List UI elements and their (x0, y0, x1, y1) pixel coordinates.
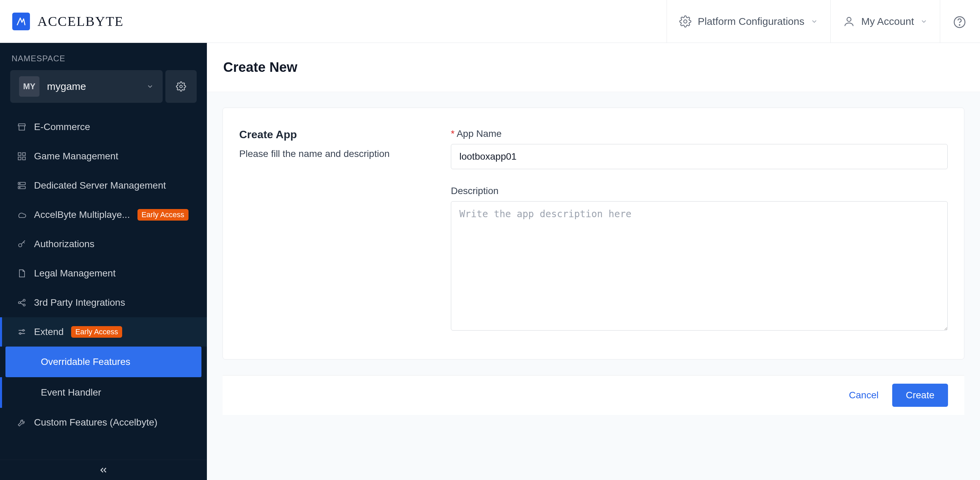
svg-rect-8 (22, 157, 25, 159)
svg-rect-5 (18, 153, 21, 156)
share-icon (17, 298, 27, 308)
help-icon (953, 15, 965, 27)
sidebar-item-label: E-Commerce (34, 121, 90, 132)
section-title: Create App (239, 128, 441, 141)
gear-icon (176, 81, 186, 92)
early-access-badge: Early Access (137, 209, 189, 221)
svg-point-18 (19, 333, 21, 334)
user-icon (843, 15, 855, 27)
wrench-icon (17, 418, 27, 427)
sidebar-item-label: Authorizations (34, 239, 94, 250)
app-name-input[interactable] (451, 144, 948, 169)
page-title-bar: Create New (207, 43, 980, 92)
svg-point-11 (19, 183, 20, 184)
chevron-down-icon (146, 83, 154, 90)
topbar: ACCELBYTE Platform Configurations My Acc… (0, 0, 980, 43)
sidebar-item-legal-management[interactable]: Legal Management (0, 259, 207, 288)
help-button[interactable] (940, 0, 977, 43)
sidebar-item-ecommerce[interactable]: E-Commerce (0, 112, 207, 142)
app-name-label: *App Name (451, 128, 948, 139)
sidebar-item-label: Extend (34, 327, 64, 337)
app-name-label-text: App Name (457, 128, 501, 139)
svg-point-0 (684, 20, 687, 23)
sidebar: NAMESPACE MY mygame E- (0, 43, 207, 480)
sidebar-item-authorizations[interactable]: Authorizations (0, 230, 207, 259)
sidebar-subitem-event-handler[interactable]: Event Handler (0, 377, 207, 408)
brand: ACCELBYTE (12, 13, 124, 30)
description-label: Description (451, 185, 948, 196)
svg-point-4 (180, 85, 182, 88)
form-footer: Cancel Create (223, 375, 964, 415)
svg-rect-7 (18, 157, 21, 159)
grid-icon (17, 151, 27, 161)
sidebar-item-dedicated-server-management[interactable]: Dedicated Server Management (0, 171, 207, 200)
platform-configurations-label: Platform Configurations (698, 16, 804, 27)
brand-name: ACCELBYTE (37, 13, 124, 29)
namespace-badge: MY (19, 76, 40, 97)
sidebar-subitem-overridable-features[interactable]: Overridable Features (5, 346, 202, 377)
sidebar-item-label: Custom Features (Accelbyte) (34, 417, 158, 428)
sidebar-item-label: AccelByte Multiplaye... (34, 209, 130, 220)
store-icon (17, 122, 27, 132)
sidebar-subitem-label: Event Handler (41, 387, 101, 398)
my-account-label: My Account (861, 16, 914, 27)
namespace-name: mygame (47, 81, 139, 92)
page-title: Create New (223, 60, 298, 75)
chevron-double-left-icon (98, 465, 108, 475)
server-icon (17, 181, 27, 190)
main-content: Create New Create App Please fill the na… (207, 43, 980, 480)
key-icon (17, 239, 27, 249)
namespace-heading: NAMESPACE (0, 50, 207, 70)
svg-point-1 (847, 18, 851, 21)
create-button[interactable]: Create (892, 384, 948, 407)
svg-point-17 (22, 330, 24, 331)
svg-point-3 (959, 24, 960, 25)
gear-icon (679, 15, 692, 27)
platform-configurations-menu[interactable]: Platform Configurations (667, 0, 830, 43)
document-icon (17, 269, 27, 278)
cloud-icon (17, 210, 27, 220)
sidebar-item-label: 3rd Party Integrations (34, 297, 125, 308)
create-app-card: Create App Please fill the name and desc… (223, 108, 964, 359)
section-subtitle: Please fill the name and description (239, 148, 441, 159)
sidebar-item-game-management[interactable]: Game Management (0, 142, 207, 171)
my-account-menu[interactable]: My Account (830, 0, 940, 43)
sidebar-item-extend[interactable]: Extend Early Access (0, 317, 207, 346)
cancel-button[interactable]: Cancel (849, 390, 878, 401)
chevron-down-icon (920, 18, 928, 25)
sidebar-subitem-label: Overridable Features (41, 356, 130, 367)
sliders-icon (17, 327, 27, 336)
description-textarea[interactable] (451, 201, 948, 330)
namespace-selector[interactable]: MY mygame (10, 70, 163, 103)
sidebar-item-3rd-party-integrations[interactable]: 3rd Party Integrations (0, 288, 207, 317)
sidebar-item-custom-features[interactable]: Custom Features (Accelbyte) (0, 408, 207, 437)
svg-point-12 (19, 187, 20, 188)
brand-logo-icon (12, 13, 30, 30)
chevron-down-icon (811, 18, 818, 25)
namespace-settings-button[interactable] (165, 70, 197, 103)
svg-rect-6 (22, 153, 25, 156)
collapse-sidebar-button[interactable] (0, 459, 207, 480)
early-access-badge: Early Access (71, 326, 122, 338)
sidebar-item-label: Dedicated Server Management (34, 180, 166, 191)
sidebar-item-label: Legal Management (34, 268, 116, 279)
sidebar-item-label: Game Management (34, 151, 118, 162)
sidebar-item-accelbyte-multiplayer[interactable]: AccelByte Multiplaye... Early Access (0, 200, 207, 230)
